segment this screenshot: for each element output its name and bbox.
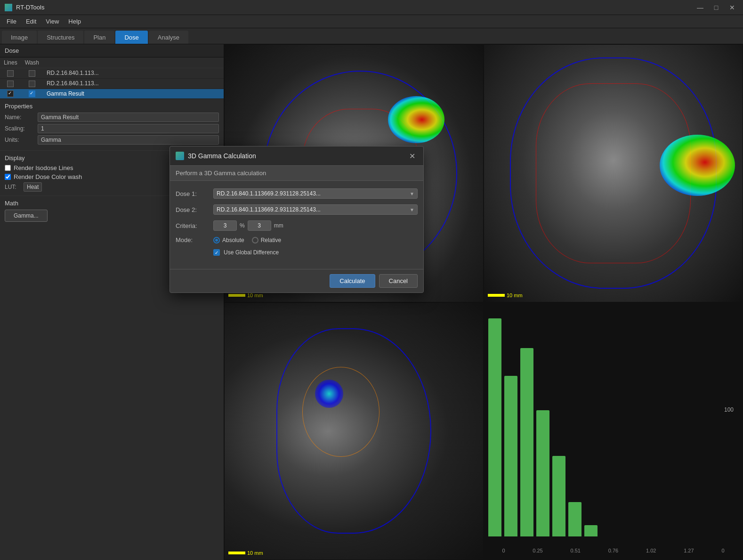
dose-row-2[interactable]: RD.2.16.840.1.113...: [0, 78, 224, 89]
col-name: [43, 57, 224, 68]
tab-analyse[interactable]: Analyse: [149, 31, 188, 44]
menu-view[interactable]: View: [41, 16, 64, 27]
scale-bar-axial: 10 mm: [228, 292, 263, 298]
dose2-label: Dose 2:: [176, 206, 213, 213]
mode-absolute-label: Absolute: [222, 237, 244, 243]
maximize-button[interactable]: □: [710, 3, 722, 12]
dose-table: Lines Wash RD.2.16.840.1.113... RD.2.16.…: [0, 57, 224, 99]
dose1-dropdown[interactable]: RD.2.16.840.1.113669.2.931128.25143... ▼: [213, 188, 418, 199]
wash-checkbox-1[interactable]: [29, 70, 35, 77]
title-bar: RT-DTools — □ ✕: [0, 0, 743, 15]
menu-file[interactable]: File: [2, 16, 21, 27]
criteria-row: Criteria: % mm: [176, 220, 418, 231]
dialog-close-button[interactable]: ✕: [406, 150, 418, 162]
mode-absolute-item[interactable]: Absolute: [213, 237, 244, 243]
dialog-subtitle: Perform a 3D Gamma calculation: [170, 166, 423, 181]
wash-checkbox-2[interactable]: [29, 81, 35, 87]
hist-label-5: 1.27: [684, 548, 694, 553]
dose-section-title: Dose: [0, 44, 224, 57]
hist-bar-6: [584, 525, 598, 536]
window-controls: — □ ✕: [694, 3, 738, 12]
wash-checkbox-3[interactable]: [29, 90, 35, 97]
image-pane-coronal[interactable]: 10 mm: [484, 44, 743, 302]
histogram-panel: 100 0 0.25 0.51 0.76 1.02 1.27: [484, 302, 743, 560]
hist-label-2: 0.51: [571, 548, 581, 553]
minimize-button[interactable]: —: [694, 3, 706, 12]
mode-relative-item[interactable]: Relative: [252, 237, 281, 243]
hist-label-1: 0.25: [533, 548, 542, 553]
col-lines: Lines: [0, 57, 21, 68]
render-colorwash-label: Render Dose Color wash: [14, 173, 82, 180]
tab-dose[interactable]: Dose: [115, 31, 147, 44]
dose2-dropdown[interactable]: RD.2.16.840.1.113669.2.931128.25143... ▼: [213, 204, 418, 215]
menu-help[interactable]: Help: [64, 16, 86, 27]
dose-row-3[interactable]: Gamma Result: [0, 89, 224, 99]
image-area: 10 mm 10 mm: [224, 44, 743, 560]
hist-label-3: 0.76: [608, 548, 618, 553]
dose-name-1: RD.2.16.840.1.113...: [43, 68, 224, 79]
lines-checkbox-2[interactable]: [7, 81, 14, 87]
lut-value: Heat: [24, 182, 42, 192]
prop-units-value: Gamma: [38, 135, 219, 145]
prop-units-row: Units: Gamma: [5, 135, 219, 145]
calculate-button[interactable]: Calculate: [330, 274, 375, 288]
render-isodose-label: Render Isodose Lines: [14, 164, 73, 171]
prop-name-label: Name:: [5, 114, 38, 121]
criteria-pct-input[interactable]: [213, 220, 237, 231]
render-colorwash-checkbox[interactable]: [5, 174, 11, 180]
lines-checkbox-3[interactable]: [7, 90, 14, 97]
render-isodose-checkbox[interactable]: [5, 165, 11, 171]
tab-image[interactable]: Image: [2, 31, 37, 44]
dose-overlay-coronal: [660, 135, 735, 196]
dose1-label: Dose 1:: [176, 190, 213, 197]
histogram-y-label: 100: [724, 406, 734, 413]
hist-label-6: 0: [721, 548, 724, 553]
criteria-mm-input[interactable]: [248, 220, 271, 231]
app-title: RT-DTools: [16, 4, 694, 11]
global-diff-row[interactable]: Use Global Difference: [176, 249, 418, 256]
cancel-button[interactable]: Cancel: [379, 274, 418, 288]
dose2-row: Dose 2: RD.2.16.840.1.113669.2.931128.25…: [176, 204, 418, 215]
tab-structures[interactable]: Structures: [38, 31, 83, 44]
menu-edit[interactable]: Edit: [21, 16, 41, 27]
hist-label-4: 1.02: [646, 548, 656, 553]
hist-bar-4: [552, 456, 565, 536]
lut-label: LUT:: [5, 184, 24, 190]
prop-name-row: Name: Gamma Result: [5, 113, 219, 122]
criteria-pct-unit: %: [240, 222, 245, 229]
menu-bar: File Edit View Help: [0, 15, 743, 28]
hist-bar-3: [536, 410, 549, 536]
gamma-calculation-dialog[interactable]: 3D Gamma Calculation ✕ Perform a 3D Gamm…: [170, 146, 424, 293]
dialog-title: 3D Gamma Calculation: [188, 152, 406, 160]
gamma-button[interactable]: Gamma...: [5, 210, 48, 222]
criteria-label: Criteria:: [176, 222, 213, 229]
hist-bar-0: [488, 318, 501, 536]
tab-bar: Image Structures Plan Dose Analyse: [0, 28, 743, 44]
hist-label-0: 0: [502, 548, 505, 553]
main-layout: Dose Lines Wash RD.2.16.840.1.113...: [0, 44, 743, 560]
app-icon: [5, 4, 12, 11]
properties-section: Properties Name: Gamma Result Scaling: 1…: [0, 99, 224, 151]
mode-relative-radio[interactable]: [252, 237, 258, 243]
histogram-bars: [488, 307, 738, 546]
prop-name-value: Gamma Result: [38, 113, 219, 122]
prop-scaling-row: Scaling: 1: [5, 124, 219, 133]
dose1-arrow: ▼: [410, 191, 414, 196]
image-pane-sagittal[interactable]: 10 mm: [224, 302, 484, 560]
close-button[interactable]: ✕: [726, 3, 738, 12]
prop-scaling-value: 1: [38, 124, 219, 133]
dose-row-1[interactable]: RD.2.16.840.1.113...: [0, 68, 224, 79]
properties-title: Properties: [5, 103, 219, 110]
dose2-value: RD.2.16.840.1.113669.2.931128.25143...: [217, 206, 408, 213]
dialog-body: Dose 1: RD.2.16.840.1.113669.2.931128.25…: [170, 181, 423, 269]
prop-scaling-label: Scaling:: [5, 125, 38, 132]
mode-label: Mode:: [176, 236, 213, 243]
mode-absolute-radio[interactable]: [213, 237, 220, 243]
mode-row: Mode: Absolute Relative: [176, 236, 418, 243]
dose2-arrow: ▼: [410, 207, 414, 212]
hist-bar-2: [520, 348, 533, 536]
global-diff-checkbox[interactable]: [213, 249, 220, 256]
lines-checkbox-1[interactable]: [7, 70, 14, 77]
dose-name-2: RD.2.16.840.1.113...: [43, 78, 224, 89]
tab-plan[interactable]: Plan: [84, 31, 114, 44]
